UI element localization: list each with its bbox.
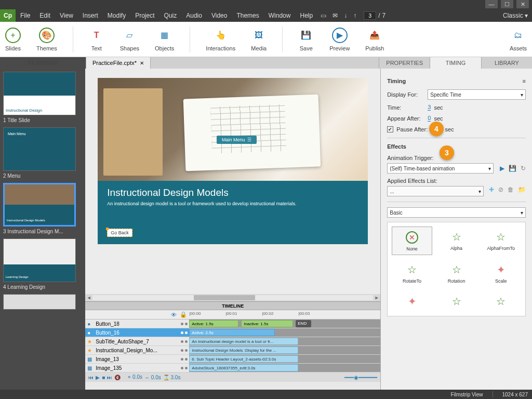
chevron-down-icon: ▾ xyxy=(521,210,523,216)
mail-icon[interactable]: ✉ xyxy=(329,12,341,19)
scroll-thumb[interactable] xyxy=(194,295,256,300)
tab-timing[interactable]: TIMING xyxy=(430,57,481,69)
ribbon-text[interactable]: T Text xyxy=(89,28,104,51)
sync-up-icon[interactable]: ↑ xyxy=(350,12,360,19)
sync-down-icon[interactable]: ↓ xyxy=(341,12,350,19)
main-menu-button[interactable]: Main Menu☰ xyxy=(217,136,257,144)
ribbon-toolbar: + Slides 🎨 Themes T Text ▱ Shapes ▦ Obje… xyxy=(0,22,532,57)
effect-rotateto[interactable]: ☆RotateTo xyxy=(392,259,432,287)
ribbon-shapes[interactable]: ▱ Shapes xyxy=(120,28,139,51)
tab-library[interactable]: LIBRARY xyxy=(481,57,532,69)
lock-icon[interactable]: 🔒 xyxy=(180,311,187,318)
effect-alphafromto[interactable]: ☆AlphaFromTo xyxy=(481,227,521,255)
close-button[interactable]: ✕ xyxy=(516,0,529,8)
timeline-row[interactable]: ★SubTitle_AutoShape_7 An instructional d… xyxy=(85,337,380,346)
rewind-icon[interactable]: ⏮ xyxy=(88,375,94,380)
publish-icon: 📤 xyxy=(367,28,382,43)
timeline-row[interactable]: ▦Image_13 6. Sub Topic Header Layout_2-a… xyxy=(85,355,380,364)
menu-icon[interactable]: ≡ xyxy=(523,78,526,84)
zoom-slider[interactable]: ━━━◉━━━━━━ xyxy=(344,375,377,380)
timeline-row[interactable]: ●Button_16 Active: 2.5s xyxy=(85,328,380,337)
goback-button[interactable]: Go Back xyxy=(107,229,132,237)
slide: Main Menu☰ Instructional Design Models A… xyxy=(98,78,368,244)
workspace-dropdown[interactable]: Classic ▾ xyxy=(499,12,532,19)
filmstrip-tab[interactable]: FILMSTRIP xyxy=(0,57,86,69)
play-icon[interactable]: ▶ xyxy=(96,375,100,380)
timeline-row[interactable]: ★Instructional_Design_Mo... Instructiona… xyxy=(85,346,380,355)
appear-after-value[interactable]: 0 xyxy=(428,115,431,122)
trigger-select[interactable]: (Self) Time-based animation▾ xyxy=(387,163,494,174)
effect-extra2[interactable]: ☆ xyxy=(436,291,477,312)
thumb-2[interactable]: Main Menu 2 Menu xyxy=(3,127,82,179)
forward-icon[interactable]: ⏭ xyxy=(107,375,112,380)
menu-modify[interactable]: Modify xyxy=(103,12,130,19)
menu-view[interactable]: View xyxy=(55,12,78,19)
menu-window[interactable]: Window xyxy=(264,12,296,19)
folder-icon[interactable]: 📁 xyxy=(518,186,526,196)
save-icon[interactable]: 💾 xyxy=(509,165,516,172)
ribbon-themes[interactable]: 🎨 Themes xyxy=(36,28,57,51)
ribbon-objects[interactable]: ▦ Objects xyxy=(155,28,174,51)
horizontal-scrollbar[interactable]: ◄ ► xyxy=(85,294,380,301)
menu-help[interactable]: Help xyxy=(295,12,317,19)
pause-after-checkbox[interactable]: ✔ xyxy=(387,126,393,132)
eye-icon[interactable]: 👁 xyxy=(171,312,177,318)
mute-icon[interactable]: 🔇 xyxy=(114,375,121,380)
scroll-right-icon[interactable]: ► xyxy=(373,295,380,300)
slide-subtitle: An instructional design model is a tool … xyxy=(107,201,358,206)
disable-icon[interactable]: ⊘ xyxy=(498,186,503,196)
thumb-preview: Main Menu xyxy=(3,127,76,171)
slide-photo: Main Menu☰ xyxy=(98,78,368,181)
image-icon: 🖼 xyxy=(251,28,267,43)
effect-scale[interactable]: ✦Scale xyxy=(481,259,521,287)
effect-none[interactable]: ✕None xyxy=(392,227,432,255)
add-icon[interactable]: ✚ xyxy=(489,186,494,196)
thumb-4[interactable]: Learning Design 4 Learning Design xyxy=(3,238,82,290)
ribbon-media[interactable]: 🖼 Media xyxy=(251,28,267,51)
menu-project[interactable]: Project xyxy=(130,12,159,19)
menu-edit[interactable]: Edit xyxy=(35,12,55,19)
timeline-row[interactable]: ●Button_18 Active: 1.5s Inactive: 1.5s E… xyxy=(85,320,380,328)
menu-file[interactable]: File xyxy=(16,12,35,19)
thumb-1[interactable]: Instructional Design 1 Title Slide xyxy=(3,72,82,123)
ribbon-slides[interactable]: + Slides xyxy=(5,28,21,51)
ribbon-publish[interactable]: 📤 Publish xyxy=(365,28,384,51)
ribbon-preview[interactable]: ▶ Preview xyxy=(329,28,350,51)
applied-select[interactable]: ...▾ xyxy=(387,186,484,196)
tab-properties[interactable]: PROPERTIES xyxy=(379,57,430,69)
slide-canvas[interactable]: Main Menu☰ Instructional Design Models A… xyxy=(85,69,380,294)
device-preview-icon[interactable]: ▭ xyxy=(317,12,329,19)
save-icon: 💾 xyxy=(298,28,314,43)
thumb-5[interactable] xyxy=(3,294,82,310)
display-for-select[interactable]: Specific Time▾ xyxy=(428,89,526,100)
ribbon-save[interactable]: 💾 Save xyxy=(298,28,314,51)
effect-extra3[interactable]: ☆ xyxy=(481,291,521,312)
callout-4: 4 xyxy=(429,122,444,136)
stop-icon[interactable]: ■ xyxy=(102,375,105,380)
menu-quiz[interactable]: Quiz xyxy=(159,12,182,19)
refresh-icon[interactable]: ↻ xyxy=(521,165,526,172)
current-slide-input[interactable] xyxy=(364,11,376,20)
play-icon[interactable]: ▶ xyxy=(500,165,504,172)
chevron-down-icon: ▾ xyxy=(521,92,523,98)
effect-alpha[interactable]: ☆Alpha xyxy=(436,227,477,255)
menu-video[interactable]: Video xyxy=(207,12,232,19)
minimize-button[interactable]: — xyxy=(485,0,498,8)
ribbon-assets[interactable]: 🗂 Assets xyxy=(510,28,527,51)
timeline-row[interactable]: ▦Image_135 AdobeStock_180837355_edit:3.0… xyxy=(85,364,380,373)
effect-extra1[interactable]: ✦ xyxy=(392,291,432,312)
menu-audio[interactable]: Audio xyxy=(181,12,207,19)
scroll-left-icon[interactable]: ◄ xyxy=(85,295,92,300)
maximize-button[interactable]: ☐ xyxy=(501,0,513,8)
thumb-3[interactable]: Instructional Design Models 3 Instructio… xyxy=(3,183,82,234)
menu-insert[interactable]: Insert xyxy=(78,12,103,19)
time-value[interactable]: 3 xyxy=(428,104,431,111)
effect-rotation[interactable]: ☆Rotation xyxy=(436,259,477,287)
menu-themes[interactable]: Themes xyxy=(232,12,263,19)
trash-icon[interactable]: 🗑 xyxy=(508,186,514,196)
close-icon[interactable]: ✕ xyxy=(140,60,144,66)
ribbon-interactions[interactable]: 👆 Interactions xyxy=(206,28,235,51)
effect-category-select[interactable]: Basic▾ xyxy=(387,207,526,218)
file-tab[interactable]: PracticeFile.cptx* ✕ xyxy=(86,57,151,69)
thumb-preview: Instructional Design xyxy=(3,72,76,115)
